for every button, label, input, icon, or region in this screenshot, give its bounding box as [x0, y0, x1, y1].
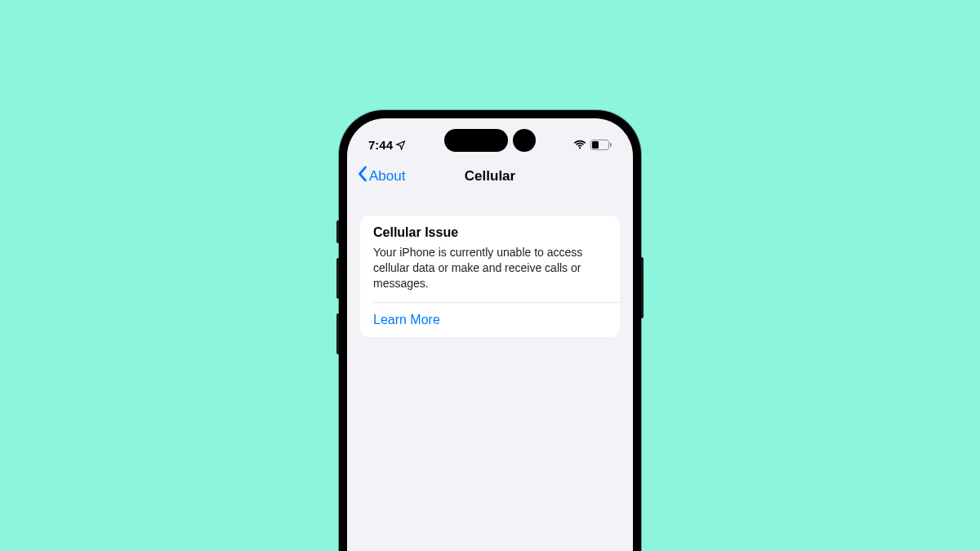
phone-frame: 7:44	[339, 110, 641, 551]
status-bar-right	[573, 140, 612, 150]
back-button-label: About	[369, 168, 405, 184]
learn-more-button[interactable]: Learn More	[360, 303, 620, 337]
phone-side-buttons-left	[336, 220, 339, 369]
svg-rect-2	[592, 141, 599, 149]
card-title: Cellular Issue	[360, 216, 620, 242]
status-time: 7:44	[368, 138, 393, 152]
phone-screen: 7:44	[347, 118, 633, 551]
back-button[interactable]: About	[357, 166, 405, 186]
chevron-left-icon	[357, 166, 368, 186]
wifi-icon	[573, 140, 586, 149]
dynamic-island	[444, 129, 536, 152]
svg-point-0	[579, 147, 581, 149]
content-area: Cellular Issue Your iPhone is currently …	[347, 196, 633, 357]
phone-side-buttons-right	[641, 257, 644, 318]
cellular-issue-card: Cellular Issue Your iPhone is currently …	[360, 216, 620, 337]
battery-icon	[590, 140, 612, 150]
navigation-bar: About Cellular	[347, 158, 633, 196]
status-bar-left: 7:44	[368, 138, 406, 152]
card-description: Your iPhone is currently unable to acces…	[360, 242, 620, 302]
svg-rect-3	[610, 143, 612, 147]
page-title: Cellular	[465, 168, 515, 184]
location-arrow-icon	[395, 140, 406, 150]
